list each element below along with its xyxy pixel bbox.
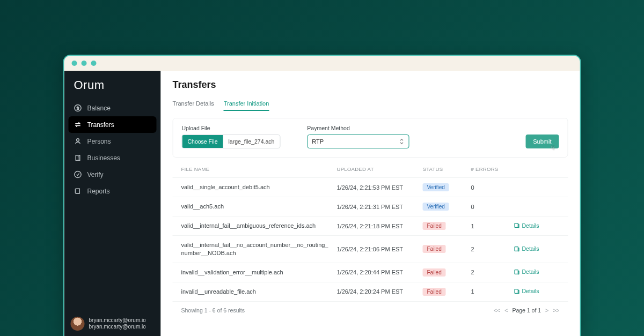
window-dot bbox=[82, 61, 87, 66]
app-window: Orum BalanceTransfersPersonsBusinessesVe… bbox=[63, 55, 581, 336]
uploads-table: FILE NAME UPLOADED AT STATUS # ERRORS va… bbox=[173, 161, 568, 319]
status-badge: Failed bbox=[423, 245, 446, 253]
tabs: Transfer DetailsTransfer Initiation bbox=[173, 100, 568, 111]
cell-uploaded-at: 1/26/24, 2:21:06 PM EST bbox=[337, 246, 423, 252]
cell-uploaded-at: 1/26/24, 2:21:18 PM EST bbox=[337, 223, 423, 229]
pagination-page-label: Page 1 of 1 bbox=[512, 307, 541, 313]
cell-status: Failed bbox=[423, 222, 471, 230]
pagination-first[interactable]: << bbox=[494, 307, 500, 313]
details-link[interactable]: Details bbox=[514, 288, 539, 294]
status-badge: Failed bbox=[423, 268, 446, 277]
table-row: invalid__unreadable_file.ach1/26/24, 2:2… bbox=[173, 282, 568, 301]
user-secondary: bryan.mccarty@orum.io bbox=[89, 324, 146, 331]
sidebar-item-label: Transfers bbox=[87, 121, 114, 129]
th-file-name: FILE NAME bbox=[181, 166, 337, 172]
upload-file-label: Upload File bbox=[182, 125, 281, 131]
table-row: valid__single_account_debit5.ach1/26/24,… bbox=[173, 177, 568, 197]
cell-uploaded-at: 1/26/24, 2:20:24 PM EST bbox=[337, 288, 423, 295]
cell-status: Verified bbox=[423, 183, 471, 191]
sidebar-item-label: Verify bbox=[87, 171, 104, 178]
person-icon bbox=[74, 137, 82, 145]
payment-method-value: RTP bbox=[312, 138, 324, 145]
details-link[interactable]: Details bbox=[514, 245, 539, 252]
sidebar-item-label: Reports bbox=[87, 188, 110, 195]
cell-status: Verified bbox=[423, 203, 471, 211]
svg-rect-4 bbox=[515, 223, 518, 228]
svg-point-1 bbox=[77, 139, 79, 141]
submit-button[interactable]: Submit ☟ bbox=[525, 135, 559, 148]
tab-transfer-details[interactable]: Transfer Details bbox=[173, 100, 214, 111]
cell-uploaded-at: 1/26/24, 2:21:53 PM EST bbox=[337, 184, 423, 191]
details-link[interactable]: Details bbox=[514, 222, 539, 229]
selected-file-name: large_file_274.ach bbox=[223, 135, 280, 148]
sidebar-item-reports[interactable]: Reports bbox=[69, 183, 157, 199]
user-display-name: bryan.mccarty@orum.io bbox=[89, 317, 146, 324]
pagination-summary: Showing 1 - 6 of 6 results bbox=[181, 307, 245, 313]
sidebar-item-balance[interactable]: Balance bbox=[69, 100, 157, 116]
cell-errors: 2 bbox=[471, 269, 514, 275]
cell-file-name: valid__ach5.ach bbox=[181, 203, 337, 211]
sidebar-item-transfers[interactable]: Transfers bbox=[69, 116, 157, 133]
cell-status: Failed bbox=[423, 288, 471, 296]
payment-method-field: Payment Method RTP bbox=[307, 125, 409, 148]
sidebar-nav: BalanceTransfersPersonsBusinessesVerifyR… bbox=[64, 98, 161, 201]
svg-rect-6 bbox=[515, 270, 518, 274]
sidebar-item-businesses[interactable]: Businesses bbox=[69, 150, 157, 166]
sidebar-item-persons[interactable]: Persons bbox=[69, 133, 157, 150]
sidebar-item-verify[interactable]: Verify bbox=[69, 166, 157, 183]
cell-status: Failed bbox=[423, 268, 471, 277]
pagination: Showing 1 - 6 of 6 results << < Page 1 o… bbox=[173, 301, 568, 319]
pagination-last[interactable]: >> bbox=[553, 307, 559, 313]
cell-file-name: valid__internal_fail__ambiguous_referenc… bbox=[181, 222, 337, 230]
window-titlebar bbox=[64, 56, 580, 71]
book-icon bbox=[74, 187, 82, 195]
table-row: invalid__validation_error__multiple.ach1… bbox=[173, 263, 568, 282]
status-badge: Verified bbox=[423, 183, 449, 191]
choose-file-button[interactable]: Choose File bbox=[182, 135, 223, 148]
pagination-prev[interactable]: < bbox=[504, 307, 508, 313]
select-chevron-icon bbox=[399, 138, 404, 145]
upload-file-field: Upload File Choose File large_file_274.a… bbox=[182, 125, 281, 148]
th-uploaded-at: UPLOADED AT bbox=[337, 166, 423, 172]
upload-bar: Upload File Choose File large_file_274.a… bbox=[173, 118, 568, 158]
sidebar-user[interactable]: bryan.mccarty@orum.io bryan.mccarty@orum… bbox=[64, 311, 161, 336]
details-link[interactable]: Details bbox=[514, 268, 539, 275]
cell-errors: 2 bbox=[471, 246, 514, 252]
svg-rect-5 bbox=[515, 247, 518, 251]
submit-button-label: Submit bbox=[533, 138, 551, 145]
cell-file-name: valid__single_account_debit5.ach bbox=[181, 183, 337, 191]
cell-errors: 0 bbox=[471, 204, 514, 210]
cursor-icon: ☟ bbox=[551, 145, 555, 152]
swap-icon bbox=[74, 121, 82, 129]
cell-errors: 1 bbox=[471, 288, 514, 295]
pagination-next[interactable]: > bbox=[545, 307, 548, 313]
tab-transfer-initiation[interactable]: Transfer Initiation bbox=[224, 100, 269, 111]
table-row: valid__ach5.ach1/26/24, 2:21:31 PM ESTVe… bbox=[173, 197, 568, 216]
payment-method-select[interactable]: RTP bbox=[307, 135, 409, 148]
status-badge: Failed bbox=[423, 288, 446, 296]
sidebar-item-label: Balance bbox=[87, 104, 111, 112]
cell-file-name: valid__internal_fail__no_account_number_… bbox=[181, 241, 337, 257]
check-circle-icon bbox=[74, 170, 82, 178]
sidebar-item-label: Businesses bbox=[87, 154, 120, 162]
main-content: Transfers Transfer DetailsTransfer Initi… bbox=[161, 71, 580, 336]
building-icon bbox=[74, 154, 82, 162]
cell-uploaded-at: 1/26/24, 2:21:31 PM EST bbox=[337, 204, 423, 210]
brand-logo: Orum bbox=[64, 71, 161, 98]
cell-file-name: invalid__unreadable_file.ach bbox=[181, 288, 337, 296]
cell-status: Failed bbox=[423, 245, 471, 253]
cell-file-name: invalid__validation_error__multiple.ach bbox=[181, 268, 337, 277]
th-status: STATUS bbox=[423, 166, 471, 172]
page-title: Transfers bbox=[173, 79, 568, 91]
cell-errors: 0 bbox=[471, 184, 514, 191]
cell-uploaded-at: 1/26/24, 2:20:44 PM EST bbox=[337, 269, 423, 275]
window-dot bbox=[72, 61, 77, 66]
file-input[interactable]: Choose File large_file_274.ach bbox=[182, 135, 281, 148]
sidebar-item-label: Persons bbox=[87, 138, 111, 145]
payment-method-label: Payment Method bbox=[307, 125, 409, 131]
status-badge: Failed bbox=[423, 222, 446, 230]
dollar-icon bbox=[74, 104, 82, 112]
user-info: bryan.mccarty@orum.io bryan.mccarty@orum… bbox=[89, 317, 146, 331]
cell-errors: 1 bbox=[471, 223, 514, 229]
avatar bbox=[71, 317, 85, 331]
